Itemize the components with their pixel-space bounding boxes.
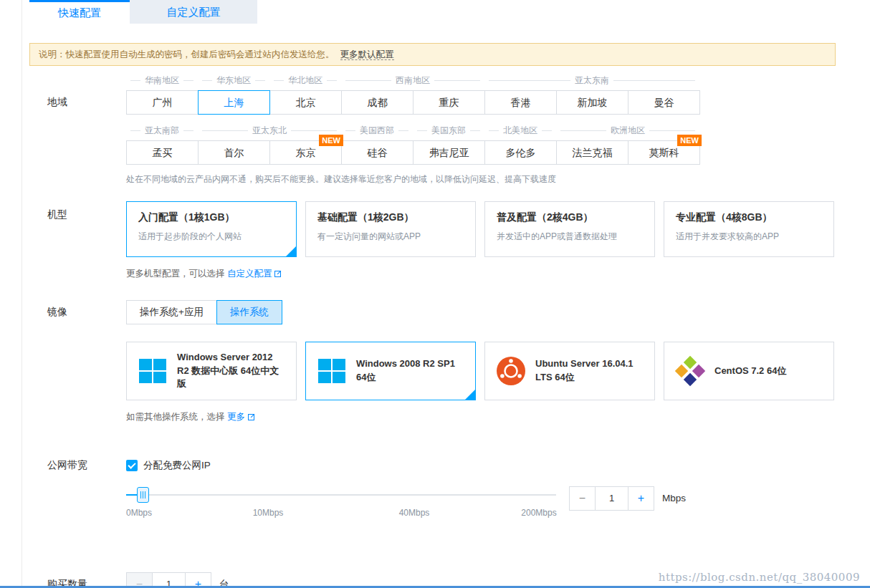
region-button-label: 莫斯科	[649, 147, 679, 158]
region-button-beijing[interactable]: 北京	[269, 90, 342, 115]
region-button-mumbai[interactable]: 孟买	[126, 140, 199, 165]
toggle-os-plus-app[interactable]: 操作系统+应用	[126, 300, 217, 324]
region-group-name: 北美地区	[484, 125, 556, 136]
os-card-title: CentOS 7.2 64位	[714, 365, 786, 378]
machine-card-desc: 适用于起步阶段的个人网站	[138, 231, 285, 243]
machine-card-title: 基础配置（1核2GB）	[317, 211, 464, 224]
new-badge: NEW	[677, 135, 702, 146]
csdn-watermark: https://blog.csdn.net/qq_38040009	[659, 571, 860, 584]
machine-section-label: 机型	[22, 201, 126, 280]
bandwidth-section-label: 公网带宽	[22, 459, 126, 521]
region-button-shanghai[interactable]: 上海	[198, 90, 270, 115]
region-button-moscow[interactable]: 莫斯科 NEW	[628, 140, 700, 165]
region-button-label: 东京	[296, 147, 316, 158]
machine-card-title: 入门配置（1核1GB）	[138, 211, 285, 224]
bandwidth-minus-button[interactable]: −	[569, 486, 596, 511]
region-group-north-america: 北美地区 多伦多	[484, 125, 556, 165]
region-group-europe: 欧洲地区 法兰克福 莫斯科 NEW	[556, 125, 699, 165]
region-group-south-china: 华南地区 广州	[126, 74, 198, 115]
slider-tick-200: 200Mbps	[521, 508, 556, 518]
machine-card-entry[interactable]: 入门配置（1核1GB） 适用于起步阶段的个人网站	[126, 201, 297, 257]
os-card-win2008[interactable]: Windows 2008 R2 SP1 64位	[305, 342, 476, 400]
free-public-ip-checkbox[interactable]	[126, 460, 138, 471]
region-group-southwest: 西南地区 成都 重庆	[341, 74, 484, 115]
notice-more-default-link[interactable]: 更多默认配置	[340, 49, 394, 60]
image-section: 镜像 操作系统+应用 操作系统 Windows Server 2012 R2 数…	[22, 300, 870, 423]
toggle-os-only[interactable]: 操作系统	[216, 300, 282, 324]
os-card-title: Windows 2008 R2 SP1 64位	[356, 357, 465, 385]
region-button-tokyo[interactable]: 东京 NEW	[269, 140, 342, 165]
bandwidth-value-input[interactable]: 1	[595, 486, 628, 511]
image-type-toggle: 操作系统+应用 操作系统	[126, 300, 870, 324]
machine-card-desc: 适用于并发要求较高的APP	[676, 231, 822, 243]
region-button-hongkong[interactable]: 香港	[484, 90, 557, 115]
bandwidth-slider[interactable]: 0Mbps 10Mbps 40Mbps 200Mbps	[126, 486, 556, 521]
machine-section: 机型 入门配置（1核1GB） 适用于起步阶段的个人网站 基础配置（1核2GB） …	[22, 201, 870, 280]
free-public-ip-label: 分配免费公网IP	[143, 459, 211, 472]
bandwidth-plus-button[interactable]: +	[628, 486, 654, 511]
machine-card-title: 专业配置（4核8GB）	[676, 211, 822, 224]
machine-note: 更多机型配置，可以选择 自定义配置	[126, 268, 870, 280]
region-group-name: 美国西部	[341, 125, 413, 136]
region-group-name: 华北地区	[269, 74, 341, 86]
region-group-name: 亚太东南	[484, 74, 699, 86]
region-button-siliconvalley[interactable]: 硅谷	[341, 140, 414, 165]
region-button-chengdu[interactable]: 成都	[341, 90, 414, 115]
region-section: 地域 华南地区 广州 华东地区 上海 华北地区	[22, 74, 870, 185]
region-button-singapore[interactable]: 新加坡	[556, 90, 628, 115]
os-card-ubuntu[interactable]: Ubuntu Server 16.04.1 LTS 64位	[484, 342, 655, 400]
region-group-apac-se: 亚太东南 香港 新加坡 曼谷	[484, 74, 699, 115]
region-section-label: 地域	[22, 74, 126, 185]
tab-quick-config[interactable]: 快速配置	[29, 0, 130, 24]
notice-bar: 说明：快速配置使用自动生成的密码，创建后密码会通过站内信发送给您。更多默认配置	[29, 43, 836, 66]
os-card-title: Ubuntu Server 16.04.1 LTS 64位	[535, 357, 644, 385]
region-group-apac-south: 亚太南部 孟买	[126, 125, 198, 165]
region-note: 处在不同地域的云产品内网不通，购买后不能更换。建议选择靠近您客户的地域，以降低访…	[126, 173, 870, 185]
slider-tick-10: 10Mbps	[253, 508, 284, 518]
region-button-seoul[interactable]: 首尔	[198, 140, 270, 165]
image-section-label: 镜像	[22, 300, 126, 423]
tab-custom-config[interactable]: 自定义配置	[130, 0, 257, 24]
external-link-icon	[274, 271, 281, 277]
machine-card-pro[interactable]: 专业配置（4核8GB） 适用于并发要求较高的APP	[664, 201, 834, 257]
region-button-guangzhou[interactable]: 广州	[126, 90, 199, 115]
slider-tick-40: 40Mbps	[399, 508, 430, 518]
custom-config-link[interactable]: 自定义配置	[227, 269, 282, 279]
custom-config-link-label: 自定义配置	[227, 269, 272, 279]
os-card-title: Windows Server 2012 R2 数据中心版 64位中文版	[177, 351, 286, 392]
tab-bar: 快速配置 自定义配置	[29, 0, 870, 24]
region-button-frankfurt[interactable]: 法兰克福	[556, 140, 628, 165]
region-button-virginia[interactable]: 弗吉尼亚	[413, 140, 485, 165]
machine-card-popular[interactable]: 普及配置（2核4GB） 并发适中的APP或普通数据处理	[484, 201, 655, 257]
machine-card-title: 普及配置（2核4GB）	[497, 211, 643, 224]
region-row-2: 亚太南部 孟买 亚太东北 首尔 东京 NEW	[126, 125, 870, 165]
slider-track[interactable]	[126, 494, 556, 496]
new-badge: NEW	[319, 135, 343, 146]
bandwidth-unit-label: Mbps	[662, 486, 686, 511]
region-button-toronto[interactable]: 多伦多	[484, 140, 557, 165]
config-panel: 快速配置 自定义配置 说明：快速配置使用自动生成的密码，创建后密码会通过站内信发…	[21, 0, 870, 588]
machine-card-desc: 有一定访问量的网站或APP	[317, 231, 464, 243]
windows-logo-icon	[316, 355, 348, 387]
more-os-link-label: 更多	[227, 412, 245, 422]
region-button-bangkok[interactable]: 曼谷	[628, 90, 700, 115]
bandwidth-stepper: − 1 +	[569, 486, 654, 511]
os-card-win2012[interactable]: Windows Server 2012 R2 数据中心版 64位中文版	[126, 342, 297, 400]
machine-card-basic[interactable]: 基础配置（1核2GB） 有一定访问量的网站或APP	[305, 201, 476, 257]
os-cards: Windows Server 2012 R2 数据中心版 64位中文版 Wind…	[126, 342, 870, 400]
ubuntu-logo-icon	[495, 355, 527, 387]
region-button-chongqing[interactable]: 重庆	[413, 90, 485, 115]
slider-tick-0: 0Mbps	[126, 508, 152, 518]
region-group-name: 亚太南部	[126, 125, 198, 136]
region-group-apac-ne: 亚太东北 首尔 东京 NEW	[198, 125, 341, 165]
machine-cards: 入门配置（1核1GB） 适用于起步阶段的个人网站 基础配置（1核2GB） 有一定…	[126, 201, 870, 257]
slider-handle[interactable]	[137, 487, 149, 503]
os-card-centos[interactable]: CentOS 7.2 64位	[664, 342, 834, 400]
more-os-link[interactable]: 更多	[227, 412, 254, 422]
region-group-name: 华东地区	[198, 74, 269, 86]
region-group-name: 西南地区	[341, 74, 484, 86]
notice-text: 说明：快速配置使用自动生成的密码，创建后密码会通过站内信发送给您。	[39, 49, 335, 59]
centos-logo-icon	[674, 355, 706, 387]
machine-card-desc: 并发适中的APP或普通数据处理	[497, 231, 643, 243]
region-group-name: 华南地区	[126, 74, 198, 86]
